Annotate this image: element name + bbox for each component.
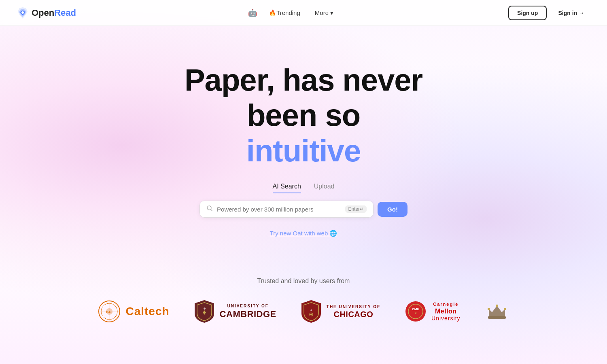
- cmu-logo: CMU ♛ Carnegie Mellon University: [405, 301, 460, 322]
- search-icon: [206, 205, 213, 213]
- signup-button[interactable]: Sign up: [508, 6, 547, 20]
- trending-label: 🔥Trending: [269, 9, 300, 17]
- cmu-top-text: Carnegie: [431, 301, 460, 307]
- cambridge-main-text: CAMBRIDGE: [220, 309, 276, 320]
- cambridge-logo: ♦ ⚜ UNIVERSITY OF CAMBRIDGE: [194, 299, 276, 324]
- search-input[interactable]: [217, 206, 341, 213]
- cmu-main-text: Mellon: [431, 308, 460, 315]
- cambridge-top-text: UNIVERSITY OF: [220, 303, 276, 309]
- cambridge-shield-icon: ♦ ⚜: [194, 299, 215, 324]
- search-container: Enter↵ Go!: [200, 201, 407, 218]
- tab-ai-search[interactable]: AI Search: [273, 183, 301, 193]
- caltech-name: Caltech: [125, 305, 169, 318]
- navbar-right: Sign up Sign in →: [508, 6, 591, 20]
- svg-point-19: [504, 308, 506, 310]
- chevron-down-icon: ▾: [330, 9, 333, 17]
- chicago-top-text: THE UNIVERSITY OF: [327, 304, 380, 310]
- enter-badge: Enter↵: [345, 205, 367, 213]
- svg-point-0: [21, 11, 24, 14]
- svg-text:CMU: CMU: [412, 307, 419, 311]
- chicago-name-block: THE UNIVERSITY OF CHICAGO: [327, 304, 380, 319]
- cmu-name-block: Carnegie Mellon University: [431, 301, 460, 321]
- chicago-main-text: CHICAGO: [327, 310, 380, 319]
- logo[interactable]: OpenRead: [16, 6, 76, 19]
- navbar-left: OpenRead: [16, 6, 76, 19]
- crown-icon: [485, 299, 509, 324]
- cambridge-name-block: UNIVERSITY OF CAMBRIDGE: [220, 303, 276, 320]
- navbar-center: 🤖 🔥Trending More ▾: [245, 6, 339, 20]
- logo-icon: [16, 6, 29, 19]
- university-logos-row: CAL Caltech ♦ ⚜ UNIVERSITY OF CAMBRIDGE …: [0, 299, 607, 324]
- robot-icon-button[interactable]: 🤖: [245, 6, 260, 20]
- trusted-section: Trusted and loved by users from CAL Calt…: [0, 277, 607, 324]
- hero-section: Paper, has never been so intuitive AI Se…: [0, 26, 607, 237]
- caltech-seal-icon: CAL: [98, 300, 121, 323]
- logo-text: OpenRead: [32, 8, 76, 18]
- chicago-logo: ✦ ⊕ THE UNIVERSITY OF CHICAGO: [301, 299, 380, 324]
- crown-logo: [485, 299, 509, 324]
- search-bar: Enter↵: [200, 201, 374, 218]
- hero-line1: Paper, has never: [185, 63, 422, 97]
- more-label: More: [315, 9, 329, 16]
- tab-upload[interactable]: Upload: [314, 183, 335, 193]
- chicago-shield-icon: ✦ ⊕: [301, 299, 322, 324]
- svg-text:CAL: CAL: [106, 310, 113, 314]
- svg-point-17: [488, 308, 490, 310]
- hero-line2: been so: [247, 98, 360, 132]
- navbar: OpenRead 🤖 🔥Trending More ▾ Sign up Sign…: [0, 0, 607, 26]
- caltech-logo: CAL Caltech: [98, 300, 169, 323]
- try-new-link[interactable]: Try new Oat with web 🌐: [270, 230, 337, 237]
- hero-highlight: intuitive: [246, 133, 361, 168]
- cmu-seal-icon: CMU ♛: [405, 301, 427, 322]
- enter-label: Enter↵: [348, 206, 364, 212]
- svg-rect-16: [488, 316, 506, 319]
- svg-text:⚜: ⚜: [203, 307, 206, 311]
- robot-icon: 🤖: [248, 8, 257, 17]
- go-button[interactable]: Go!: [378, 202, 407, 217]
- trending-link[interactable]: 🔥Trending: [263, 6, 306, 20]
- trusted-label: Trusted and loved by users from: [0, 277, 607, 285]
- svg-text:⊕: ⊕: [309, 311, 314, 317]
- svg-text:♛: ♛: [414, 312, 417, 315]
- cmu-sub-text: University: [431, 315, 460, 322]
- more-link[interactable]: More ▾: [309, 6, 339, 20]
- svg-point-18: [496, 305, 498, 307]
- signin-button[interactable]: Sign in →: [552, 6, 591, 19]
- search-tabs: AI Search Upload: [273, 183, 335, 193]
- hero-title: Paper, has never been so: [185, 62, 422, 133]
